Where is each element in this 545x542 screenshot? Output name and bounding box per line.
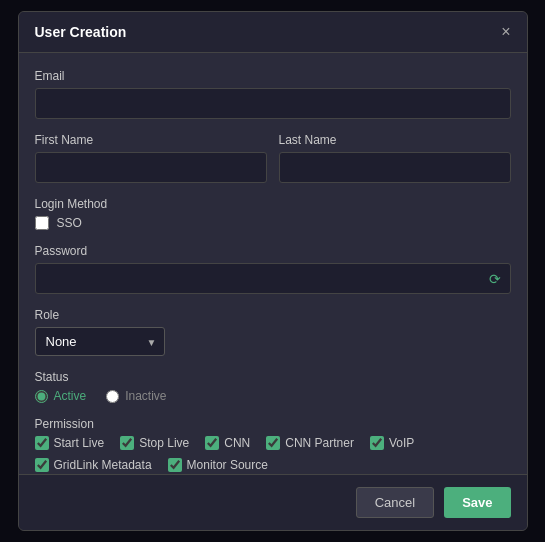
status-inactive-radio[interactable]	[106, 390, 119, 403]
lastname-label: Last Name	[279, 133, 511, 147]
perm-item-cnn: CNN	[205, 436, 250, 450]
perm-checkbox-cnn-partner[interactable]	[266, 436, 280, 450]
firstname-label: First Name	[35, 133, 267, 147]
sso-checkbox[interactable]	[35, 216, 49, 230]
firstname-input[interactable]	[35, 152, 267, 183]
perm-item-monitor-source: Monitor Source	[168, 458, 268, 472]
perm-checkbox-monitor-source[interactable]	[168, 458, 182, 472]
dialog-footer: Cancel Save	[19, 474, 527, 530]
perm-item-start-live: Start Live	[35, 436, 105, 450]
email-label: Email	[35, 69, 511, 83]
password-toggle-icon[interactable]: ⟳	[489, 271, 501, 287]
sso-label: SSO	[57, 216, 82, 230]
dialog-body: Email First Name Last Name Login Method	[19, 53, 527, 474]
password-label: Password	[35, 244, 511, 258]
user-creation-dialog: User Creation × Email First Name Last Na…	[18, 11, 528, 531]
password-field-group: Password ⟳	[35, 244, 511, 294]
permission-grid: Start LiveStop LiveCNNCNN PartnerVoIPGri…	[35, 436, 511, 472]
status-active-item: Active	[35, 389, 87, 403]
perm-checkbox-gridlink-metadata[interactable]	[35, 458, 49, 472]
cancel-button[interactable]: Cancel	[356, 487, 434, 518]
status-row: Active Inactive	[35, 389, 511, 403]
permission-label: Permission	[35, 417, 511, 431]
perm-label-cnn-partner: CNN Partner	[285, 436, 354, 450]
role-field-group: Role None Admin User Viewer ▼	[35, 308, 511, 356]
perm-item-cnn-partner: CNN Partner	[266, 436, 354, 450]
close-button[interactable]: ×	[501, 24, 510, 40]
perm-item-voip: VoIP	[370, 436, 414, 450]
password-input[interactable]	[35, 263, 511, 294]
perm-label-stop-live: Stop Live	[139, 436, 189, 450]
role-select[interactable]: None Admin User Viewer	[35, 327, 165, 356]
status-active-radio[interactable]	[35, 390, 48, 403]
perm-item-stop-live: Stop Live	[120, 436, 189, 450]
dialog-title: User Creation	[35, 24, 127, 40]
lastname-field-group: Last Name	[279, 133, 511, 183]
permission-field-group: Permission Start LiveStop LiveCNNCNN Par…	[35, 417, 511, 472]
email-field-group: Email	[35, 69, 511, 119]
password-wrap: ⟳	[35, 263, 511, 294]
name-row: First Name Last Name	[35, 133, 511, 197]
perm-label-start-live: Start Live	[54, 436, 105, 450]
lastname-input[interactable]	[279, 152, 511, 183]
save-button[interactable]: Save	[444, 487, 510, 518]
role-label: Role	[35, 308, 511, 322]
perm-label-voip: VoIP	[389, 436, 414, 450]
role-select-wrap: None Admin User Viewer ▼	[35, 327, 165, 356]
perm-checkbox-start-live[interactable]	[35, 436, 49, 450]
perm-label-cnn: CNN	[224, 436, 250, 450]
perm-label-monitor-source: Monitor Source	[187, 458, 268, 472]
firstname-field-group: First Name	[35, 133, 267, 183]
login-method-label: Login Method	[35, 197, 511, 211]
perm-checkbox-cnn[interactable]	[205, 436, 219, 450]
email-input[interactable]	[35, 88, 511, 119]
sso-row: SSO	[35, 216, 511, 230]
perm-checkbox-voip[interactable]	[370, 436, 384, 450]
status-inactive-label: Inactive	[125, 389, 166, 403]
status-field-group: Status Active Inactive	[35, 370, 511, 403]
perm-checkbox-stop-live[interactable]	[120, 436, 134, 450]
status-label: Status	[35, 370, 511, 384]
dialog-header: User Creation ×	[19, 12, 527, 53]
login-method-group: Login Method SSO	[35, 197, 511, 230]
perm-item-gridlink-metadata: GridLink Metadata	[35, 458, 152, 472]
status-active-label: Active	[54, 389, 87, 403]
modal-overlay: User Creation × Email First Name Last Na…	[0, 0, 545, 542]
status-inactive-item: Inactive	[106, 389, 166, 403]
perm-label-gridlink-metadata: GridLink Metadata	[54, 458, 152, 472]
